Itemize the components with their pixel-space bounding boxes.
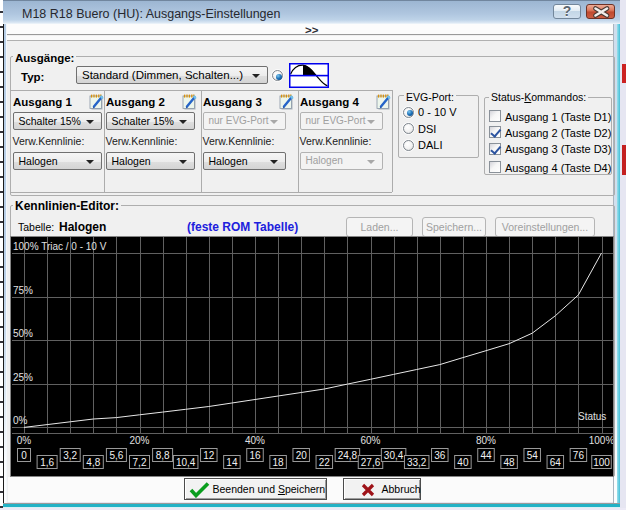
svg-text:30,4: 30,4	[384, 450, 404, 461]
svg-text:22: 22	[319, 457, 331, 468]
svg-text:0%: 0%	[17, 435, 32, 446]
svg-text:18: 18	[273, 457, 285, 468]
svg-text:36: 36	[434, 450, 446, 461]
svg-text:7,2: 7,2	[133, 457, 147, 468]
svg-text:40%: 40%	[245, 435, 265, 446]
svg-text:20%: 20%	[129, 435, 149, 446]
svg-text:48: 48	[504, 457, 516, 468]
svg-text:Status: Status	[578, 411, 606, 422]
svg-text:12: 12	[203, 450, 215, 461]
svg-text:33,2: 33,2	[407, 457, 427, 468]
svg-text:10,4: 10,4	[176, 457, 196, 468]
svg-text:64: 64	[550, 457, 562, 468]
svg-text:5,6: 5,6	[109, 450, 123, 461]
svg-text:4,8: 4,8	[86, 457, 100, 468]
svg-text:50%: 50%	[13, 328, 33, 339]
svg-text:0: 0	[21, 450, 27, 461]
svg-text:20: 20	[296, 450, 308, 461]
svg-text:1,6: 1,6	[40, 457, 54, 468]
svg-text:54: 54	[527, 450, 539, 461]
svg-text:8,8: 8,8	[156, 450, 170, 461]
svg-text:100: 100	[593, 457, 610, 468]
svg-text:76: 76	[573, 450, 585, 461]
svg-text:0%: 0%	[13, 415, 28, 426]
svg-text:44: 44	[480, 450, 492, 461]
svg-text:27,6: 27,6	[361, 457, 381, 468]
svg-text:24,8: 24,8	[338, 450, 358, 461]
svg-text:40: 40	[457, 457, 469, 468]
svg-text:60%: 60%	[360, 435, 380, 446]
svg-text:14: 14	[226, 457, 238, 468]
svg-text:100% Triac / 0 - 10 V: 100% Triac / 0 - 10 V	[13, 241, 107, 252]
svg-text:3,2: 3,2	[63, 450, 77, 461]
svg-text:80%: 80%	[476, 435, 496, 446]
svg-text:75%: 75%	[13, 285, 33, 296]
svg-text:25%: 25%	[13, 372, 33, 383]
svg-text:100%: 100%	[589, 435, 613, 446]
svg-text:16: 16	[249, 450, 261, 461]
